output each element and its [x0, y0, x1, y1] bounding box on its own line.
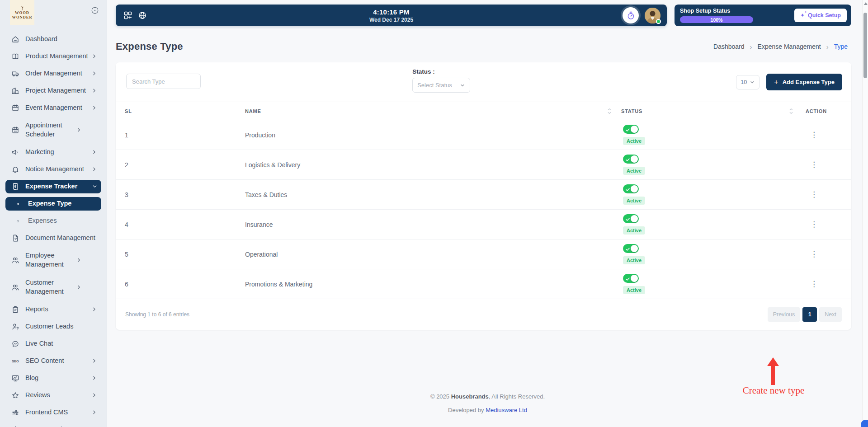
- row-sl: 6: [125, 281, 245, 288]
- sort-icon[interactable]: [607, 108, 621, 115]
- sidebar-item-frontend-cms[interactable]: Frontend CMS: [5, 406, 101, 419]
- sidebar-item-customer-management[interactable]: Customer Management: [5, 276, 101, 299]
- table-footer: Showing 1 to 6 of 6 entries Previous 1 N…: [116, 299, 851, 330]
- chevron-right-icon: [91, 88, 98, 94]
- kebab-menu-icon[interactable]: ⋮: [807, 189, 821, 200]
- chevron-right-icon: [91, 375, 98, 381]
- page-1-button[interactable]: 1: [802, 307, 817, 322]
- sidebar-item-label: Customer Leads: [25, 322, 98, 331]
- status-toggle[interactable]: [623, 274, 639, 283]
- chevron-down-icon: [750, 80, 755, 85]
- check-icon: [625, 246, 630, 251]
- sidebar-item-reports[interactable]: Reports: [5, 303, 101, 316]
- kebab-menu-icon[interactable]: ⋮: [807, 219, 821, 230]
- row-sl: 1: [125, 131, 245, 139]
- scrollbar[interactable]: [862, 0, 868, 427]
- breadcrumb-dashboard[interactable]: Dashboard: [713, 43, 745, 50]
- gear-icon: [11, 426, 19, 427]
- entries-summary: Showing 1 to 6 of 6 entries: [125, 311, 189, 318]
- annotation-arrow-icon: [767, 357, 779, 385]
- corner-widget[interactable]: [861, 420, 868, 427]
- kebab-menu-icon[interactable]: ⋮: [807, 160, 821, 170]
- sidebar-item-document-management[interactable]: Document Management: [5, 231, 101, 245]
- sidebar-item-label: System Settings: [25, 425, 91, 427]
- header-status: STATUS: [621, 108, 789, 114]
- toggle-knob: [631, 245, 638, 252]
- clock: 4:10:16 PM Wed Dec 17 2025: [116, 8, 667, 23]
- status-badge: Active: [623, 137, 645, 145]
- table-row: 3 Taxes & Duties Active ⋮: [116, 180, 851, 210]
- breadcrumb-expense-management[interactable]: Expense Management: [758, 43, 821, 50]
- status-toggle[interactable]: [623, 155, 639, 164]
- scrollbar-thumb[interactable]: [863, 13, 867, 78]
- stopwatch-icon[interactable]: [623, 7, 639, 23]
- sidebar-item-employee-management[interactable]: Employee Management: [5, 249, 101, 272]
- header-sl: SL: [125, 108, 245, 114]
- previous-page-button[interactable]: Previous: [768, 307, 801, 322]
- globe-icon[interactable]: [137, 9, 148, 21]
- sidebar-item-live-chat[interactable]: Live Chat: [5, 337, 101, 351]
- sidebar-item-system-settings[interactable]: System Settings: [5, 423, 101, 427]
- status-select[interactable]: Select Status: [412, 78, 470, 93]
- sidebar-item-event-management[interactable]: Event Management: [5, 101, 101, 115]
- current-time: 4:10:16 PM: [116, 8, 667, 16]
- kebab-menu-icon[interactable]: ⋮: [807, 130, 821, 140]
- developer-link[interactable]: Mediusware Ltd: [486, 407, 527, 413]
- document-icon: [11, 234, 19, 243]
- sidebar-item-reviews[interactable]: Reviews: [5, 389, 101, 402]
- row-name: Insurance: [245, 221, 607, 228]
- row-name: Operational: [245, 251, 607, 258]
- sidebar-item-appointment-scheduler[interactable]: Appointment Scheduler: [5, 118, 101, 142]
- table-header: SL NAME STATUS ACTION: [116, 102, 851, 120]
- sidebar-item-label: Expense Tracker: [25, 182, 91, 191]
- user-avatar[interactable]: [645, 8, 660, 23]
- sidebar-item-label: Employee Management: [25, 251, 76, 269]
- sidebar-item-product-management[interactable]: Product Management: [5, 50, 101, 63]
- sidebar-item-dashboard[interactable]: Dashboard: [5, 33, 101, 46]
- status-toggle[interactable]: [623, 184, 639, 193]
- check-icon: [625, 216, 630, 221]
- kebab-menu-icon[interactable]: ⋮: [807, 249, 821, 259]
- quick-setup-button[interactable]: ✦✦ Quick Setup: [794, 9, 847, 22]
- next-page-button[interactable]: Next: [819, 307, 842, 322]
- add-expense-type-button[interactable]: + Add Expense Type: [766, 74, 842, 90]
- sidebar-item-customer-leads[interactable]: Customer Leads: [5, 320, 101, 333]
- scroll-up-arrow-icon[interactable]: [864, 2, 868, 5]
- sidebar-item-expense-tracker[interactable]: Expense Tracker: [5, 180, 101, 193]
- table-row: 2 Logistics & Delivery Active ⋮: [116, 150, 851, 180]
- sidebar-item-expenses[interactable]: Expenses: [5, 214, 101, 228]
- row-sl: 2: [125, 161, 245, 169]
- sidebar-item-seo-content[interactable]: SEO SEO Content: [5, 354, 101, 368]
- status-toggle[interactable]: [623, 244, 639, 253]
- sidebar-item-order-management[interactable]: Order Management: [5, 67, 101, 80]
- page-size-select[interactable]: 10: [736, 75, 760, 89]
- brand-name: Housebrands: [451, 393, 489, 400]
- sidebar-item-blog[interactable]: Blog: [5, 371, 101, 385]
- clipboard-icon: [11, 305, 19, 314]
- breadcrumb: Dashboard › Expense Management › Type: [713, 43, 848, 51]
- sidebar-item-label: Expense Type: [28, 199, 98, 208]
- sort-icon[interactable]: [789, 108, 806, 115]
- row-name: Logistics & Delivery: [245, 161, 607, 169]
- star-icon: [11, 391, 19, 400]
- megaphone-icon: [11, 148, 19, 157]
- sidebar-item-label: Event Management: [25, 103, 91, 113]
- chat-icon: [11, 340, 19, 348]
- sidebar-item-label: Project Management: [25, 86, 91, 95]
- sidebar-item-label: Dashboard: [25, 35, 98, 44]
- seo-icon: SEO: [11, 357, 19, 366]
- chevron-right-icon: [91, 70, 98, 77]
- sidebar-item-expense-type[interactable]: Expense Type: [5, 197, 101, 211]
- product-icon: [11, 52, 19, 61]
- sidebar-item-marketing[interactable]: Marketing: [5, 145, 101, 159]
- search-input[interactable]: [126, 74, 201, 89]
- status-filter-label: Status :: [412, 68, 470, 75]
- status-toggle[interactable]: [623, 214, 639, 223]
- grid-apps-icon[interactable]: [122, 9, 134, 21]
- kebab-menu-icon[interactable]: ⋮: [807, 279, 821, 289]
- sidebar-item-notice-management[interactable]: Notice Management: [5, 163, 101, 176]
- status-toggle[interactable]: [623, 125, 639, 134]
- sidebar-item-project-management[interactable]: Project Management: [5, 84, 101, 98]
- page-title: Expense Type: [116, 41, 183, 52]
- sidebar-collapse-button[interactable]: [90, 6, 99, 15]
